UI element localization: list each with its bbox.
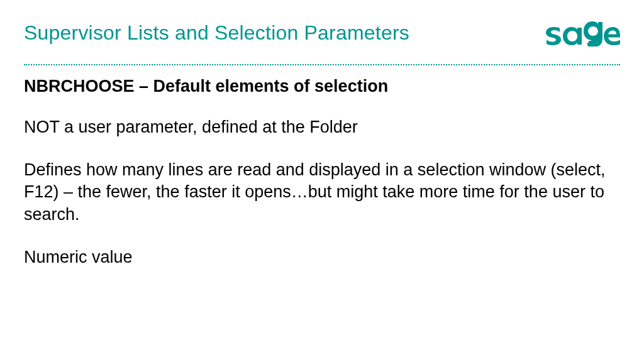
content-paragraph: Numeric value xyxy=(24,246,620,269)
content-heading: NBRCHOOSE – Default elements of selectio… xyxy=(24,77,620,96)
content-paragraph: NOT a user parameter, defined at the Fol… xyxy=(24,116,620,139)
slide-header: Supervisor Lists and Selection Parameter… xyxy=(0,0,644,47)
slide-title: Supervisor Lists and Selection Parameter… xyxy=(24,21,409,45)
content-paragraph: Defines how many lines are read and disp… xyxy=(24,159,620,226)
sage-logo-icon xyxy=(545,19,620,47)
slide-content: NBRCHOOSE – Default elements of selectio… xyxy=(0,65,644,268)
